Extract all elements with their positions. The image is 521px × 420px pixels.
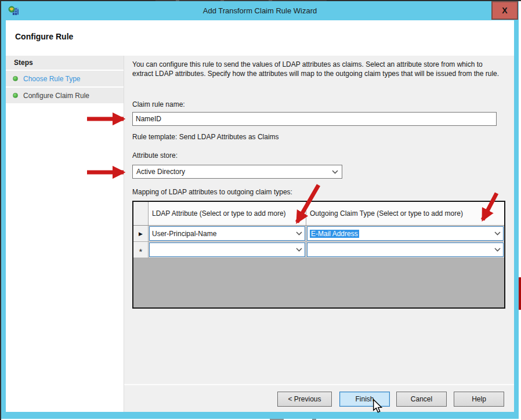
dialog-content: Configure Rule Steps Choose Rule Type Co… bbox=[6, 20, 514, 412]
sidebar-item-configure-claim-rule[interactable]: Configure Claim Rule bbox=[6, 88, 124, 103]
grid-cell bbox=[306, 242, 504, 258]
page-title: Configure Rule bbox=[15, 32, 73, 41]
chevron-down-icon bbox=[494, 248, 501, 252]
add-transform-claim-rule-wizard-dialog: Add Transform Claim Rule Wizard X Config… bbox=[1, 1, 519, 419]
attribute-store-value: Active Directory bbox=[136, 168, 185, 176]
previous-button[interactable]: < Previous bbox=[277, 392, 332, 407]
chevron-down-icon bbox=[296, 248, 302, 252]
ldap-attribute-value: User-Principal-Name bbox=[152, 230, 216, 238]
help-button[interactable]: Help bbox=[454, 392, 504, 407]
sidebar-item-choose-rule-type[interactable]: Choose Rule Type bbox=[6, 71, 124, 86]
column-header-outgoing-claim-type: Outgoing Claim Type (Select or type to a… bbox=[306, 202, 504, 226]
close-button[interactable]: X bbox=[491, 1, 518, 20]
step-label: Configure Claim Rule bbox=[23, 92, 89, 100]
attribute-store-label: Attribute store: bbox=[132, 151, 178, 160]
grid-header-row: LDAP Attribute (Select or type to add mo… bbox=[133, 202, 504, 226]
outgoing-claim-type-select-row1[interactable]: E-Mail Address bbox=[307, 226, 504, 241]
finish-button[interactable]: Finish bbox=[339, 392, 390, 407]
button-divider bbox=[124, 384, 514, 385]
adfs-wizard-icon bbox=[8, 5, 20, 17]
column-header-ldap-attribute: LDAP Attribute (Select or type to add mo… bbox=[149, 202, 306, 226]
grid-cell: User-Principal-Name bbox=[149, 226, 306, 242]
grid-row-new: * bbox=[133, 242, 504, 258]
rule-template-text: Rule template: Send LDAP Attributes as C… bbox=[132, 133, 279, 141]
outgoing-claim-type-select-row2[interactable] bbox=[307, 242, 504, 257]
screenshot-stage: Add Transform Claim Rule Wizard X Config… bbox=[0, 0, 521, 420]
window-title: Add Transform Claim Rule Wizard bbox=[1, 6, 519, 15]
chevron-down-icon bbox=[332, 170, 338, 174]
titlebar[interactable]: Add Transform Claim Rule Wizard X bbox=[1, 1, 519, 20]
step-label: Choose Rule Type bbox=[23, 75, 81, 83]
new-row-icon: * bbox=[139, 249, 143, 255]
chevron-down-icon bbox=[296, 231, 302, 236]
grid-row-1: ▶ User-Principal-Name E-Mail Address bbox=[133, 226, 504, 242]
steps-header: Steps bbox=[6, 56, 124, 70]
mapping-label: Mapping of LDAP attributes to outgoing c… bbox=[132, 188, 292, 196]
cancel-button[interactable]: Cancel bbox=[396, 392, 447, 407]
steps-sidebar: Steps Choose Rule Type Configure Claim R… bbox=[6, 56, 124, 412]
step-completed-icon bbox=[13, 76, 18, 81]
ldap-attribute-select-row1[interactable]: User-Principal-Name bbox=[149, 226, 305, 241]
row-selector[interactable]: ▶ bbox=[133, 226, 149, 242]
outgoing-claim-type-value: E-Mail Address bbox=[310, 230, 359, 238]
row-selector[interactable]: * bbox=[133, 242, 149, 258]
step-completed-icon bbox=[13, 93, 18, 98]
grid-empty-area bbox=[133, 258, 504, 307]
attribute-store-select[interactable]: Active Directory bbox=[132, 165, 342, 179]
ldap-mapping-grid: LDAP Attribute (Select or type to add mo… bbox=[132, 201, 505, 309]
current-row-icon: ▶ bbox=[139, 231, 143, 237]
grid-cell bbox=[149, 242, 306, 258]
claim-rule-name-label: Claim rule name: bbox=[132, 100, 185, 108]
grid-corner-cell bbox=[133, 202, 149, 226]
rule-description-text: You can configure this rule to send the … bbox=[132, 60, 500, 78]
chevron-down-icon bbox=[494, 231, 501, 236]
main-pane: You can configure this rule to send the … bbox=[124, 56, 514, 412]
claim-rule-name-input[interactable] bbox=[132, 112, 497, 126]
ldap-attribute-select-row2[interactable] bbox=[149, 242, 305, 257]
dialog-bottom-border bbox=[1, 412, 519, 419]
grid-cell: E-Mail Address bbox=[306, 226, 504, 242]
